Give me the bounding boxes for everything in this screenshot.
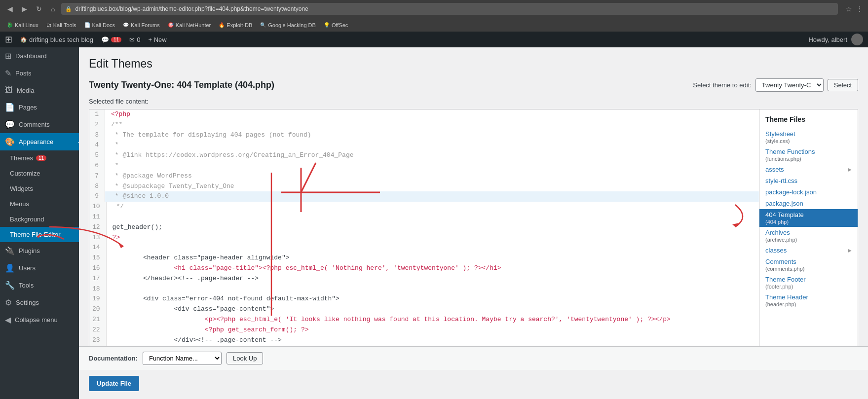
kali-linux-icon: 🐉 [7,22,13,28]
sidebar-item-theme-file-editor[interactable]: Theme File Editor [0,227,79,242]
code-line: 8 * @subpackage Twenty_Twenty_One [89,181,759,192]
sidebar-item-media[interactable]: 🖼 Media [0,82,79,99]
appearance-icon: 🎨 [5,137,15,146]
kali-forums-icon: 💬 [123,22,129,28]
google-hacking-icon: 🔍 [260,22,266,28]
theme-select-dropdown[interactable]: Twenty Twenty-C [755,78,824,92]
users-icon: 👤 [5,263,15,273]
theme-file-header[interactable]: Theme Header (header.php) [759,291,858,309]
sidebar-item-pages[interactable]: 📄 Pages [0,99,79,116]
theme-folder-classes[interactable]: classes ▶ [759,245,858,256]
theme-file-404[interactable]: 404 Template (404.php) [759,209,858,227]
update-file-button[interactable]: Update File [89,376,139,391]
bookmark-kali-linux[interactable]: 🐉 Kali Linux [4,21,41,29]
line-number: 7 [89,171,105,181]
code-line: 13?> [89,233,759,243]
posts-icon: ✎ [5,69,11,78]
line-number: 14 [89,243,107,253]
line-content: </div><!-- .page-content --> [107,335,282,346]
bookmark-kali-docs[interactable]: 📄 Kali Docs [81,21,118,29]
sidebar-label-posts: Posts [15,70,32,77]
howdy-text: Howdy, albert [808,36,847,43]
wp-site-name[interactable]: 🏠 drifting blues tech blog [20,36,93,43]
pages-icon: 📄 [5,103,15,112]
lookup-button[interactable]: Look Up [226,352,263,364]
code-editor[interactable]: 1<?php2/**3 * The template for displayin… [89,109,759,346]
sidebar-item-appearance[interactable]: 🎨 Appearance ◀ [0,133,79,150]
code-line: 11 [89,212,759,222]
theme-folder-assets[interactable]: assets ▶ [759,164,858,175]
doc-label: Documentation: [89,355,138,362]
sidebar-item-background[interactable]: Background [0,212,79,227]
line-number: 24 [89,345,107,346]
forward-button[interactable]: ▶ [19,4,30,14]
sidebar-item-themes[interactable]: Themes 11 [0,150,79,166]
sidebar-label-widgets: Widgets [10,185,33,192]
line-content: * [105,161,119,171]
code-line: 18 [89,284,759,294]
url-bar[interactable]: 🔒 driftingblues.box/blog/wp-admin/theme-… [61,3,838,15]
pending-bar-icon: ✉ [129,36,135,43]
plugins-icon: 🔌 [5,246,15,255]
code-line: 9 * @since 1.0.0 [89,191,759,202]
sidebar-item-widgets[interactable]: Widgets [0,181,79,196]
bookmark-kali-tools[interactable]: 🗂 Kali Tools [43,21,79,29]
reload-button[interactable]: ↻ [34,4,44,14]
select-theme-button[interactable]: Select [828,79,858,91]
bookmark-kali-forums[interactable]: 💬 Kali Forums [120,21,163,29]
code-line: 19 <div class="error-404 not-found defau… [89,294,759,304]
sidebar-item-menus[interactable]: Menus [0,196,79,212]
editor-area: 1<?php2/**3 * The template for displayin… [89,109,858,346]
bookmark-icon[interactable]: ☆ [846,5,852,13]
theme-file-archives[interactable]: Archives (archive.php) [759,227,858,245]
line-number: 13 [89,233,107,243]
bookmark-kali-nethunter[interactable]: 🎯 Kali NetHunter [165,21,214,29]
wp-logo-icon[interactable]: ⊞ [5,34,12,45]
sidebar-item-comments[interactable]: 💬 Comments [0,116,79,133]
wp-pending-bar-item[interactable]: ✉ 0 [129,36,140,43]
theme-file-package[interactable]: package.json [759,198,858,209]
wp-sidebar: ⊞ Dashboard ✎ Posts 🖼 Media 📄 Pages 💬 Co… [0,47,79,399]
sidebar-item-tools[interactable]: 🔧 Tools [0,277,79,294]
sidebar-item-posts[interactable]: ✎ Posts [0,65,79,82]
bookmark-google-hacking-db[interactable]: 🔍 Google Hacking DB [257,21,319,29]
wp-new-button[interactable]: + New [148,36,166,43]
sidebar-item-collapse[interactable]: ◀ Collapse menu [0,311,79,328]
menu-icon[interactable]: ⋮ [856,5,863,13]
code-line: 12get_header(); [89,222,759,233]
sidebar-label-background: Background [10,216,44,223]
sidebar-item-customize[interactable]: Customize [0,166,79,181]
line-content: <?php get_search_form(); ?> [107,325,309,335]
wp-comments-bar-item[interactable]: 💬 11 [101,36,121,43]
theme-file-package-lock[interactable]: package-lock.json [759,186,858,198]
home-button[interactable]: ⌂ [48,4,57,14]
sidebar-label-comments: Comments [19,121,50,128]
url-text: driftingblues.box/blog/wp-admin/theme-ed… [75,5,308,12]
line-number: 21 [89,315,107,325]
exploit-db-icon: 🔥 [219,22,225,28]
theme-file-footer[interactable]: Theme Footer (footer.php) [759,274,858,291]
line-content: * [105,140,119,150]
sidebar-item-dashboard[interactable]: ⊞ Dashboard [0,47,79,65]
code-line: 7 * @package WordPress [89,171,759,181]
function-name-select[interactable]: Function Name... [143,352,222,365]
theme-file-functions[interactable]: Theme Functions (functions.php) [759,146,858,164]
bookmark-exploit-db[interactable]: 🔥 Exploit-DB [216,21,255,29]
back-button[interactable]: ◀ [5,4,15,14]
code-line: 6 * [89,161,759,171]
sidebar-item-users[interactable]: 👤 Users [0,259,79,277]
sidebar-label-settings: Settings [16,299,39,306]
bookmark-offsec[interactable]: 💡 OffSec [321,21,351,29]
code-line: 2/** [89,120,759,130]
sidebar-item-settings[interactable]: ⚙ Settings [0,294,79,311]
sidebar-item-plugins[interactable]: 🔌 Plugins [0,242,79,259]
folder-classes-arrow-icon: ▶ [848,248,852,253]
theme-file-comments[interactable]: Comments (comments.php) [759,256,858,274]
line-number: 1 [89,109,105,120]
selected-file-label: Selected file content: [89,98,858,105]
theme-file-stylesheet[interactable]: Stylesheet (style.css) [759,128,858,146]
theme-file-rtl[interactable]: style-rtl.css [759,175,858,186]
code-line: 21 <p><?php esc_html_e( 'It looks like n… [89,315,759,325]
comments-icon: 💬 [5,120,15,129]
line-number: 17 [89,274,107,284]
